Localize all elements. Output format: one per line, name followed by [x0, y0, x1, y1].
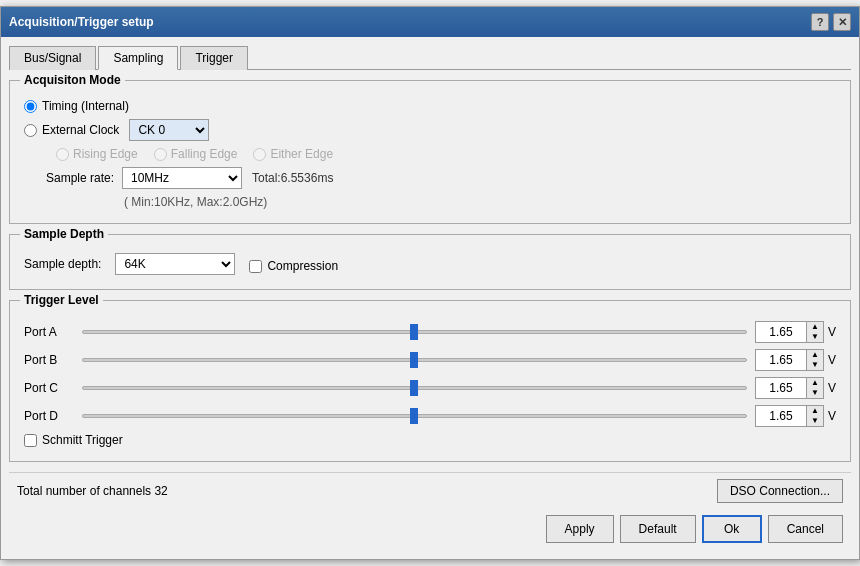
tab-trigger[interactable]: Trigger	[180, 46, 248, 70]
sample-depth-group-label: Sample Depth	[20, 227, 108, 241]
cancel-button[interactable]: Cancel	[768, 515, 843, 543]
acquisition-mode-group: Acquisiton Mode Timing (Internal) Extern…	[9, 80, 851, 224]
port-a-spin-buttons: ▲ ▼	[807, 321, 824, 343]
dialog-content: Bus/Signal Sampling Trigger Acquisiton M…	[1, 37, 859, 559]
sample-rate-label: Sample rate:	[24, 171, 114, 185]
port-a-value[interactable]	[755, 321, 807, 343]
port-b-spinbox: ▲ ▼	[755, 349, 824, 371]
sample-depth-select[interactable]: 64K 1K 4K 16K 256K 1M	[115, 253, 235, 275]
title-bar: Acquisition/Trigger setup ? ✕	[1, 7, 859, 37]
either-edge-radio[interactable]	[253, 148, 266, 161]
dso-connection-button[interactable]: DSO Connection...	[717, 479, 843, 503]
port-c-spinbox: ▲ ▼	[755, 377, 824, 399]
port-d-unit: V	[828, 409, 836, 423]
total-channels-text: Total number of channels 32	[17, 484, 168, 498]
tab-sampling[interactable]: Sampling	[98, 46, 178, 70]
compression-checkbox[interactable]	[249, 260, 262, 273]
schmitt-trigger-row: Schmitt Trigger	[24, 433, 836, 447]
rising-edge-label: Rising Edge	[73, 147, 138, 161]
port-b-row: Port B ▲ ▼ V	[24, 349, 836, 371]
port-d-spinbox: ▲ ▼	[755, 405, 824, 427]
bottom-area: Total number of channels 32 DSO Connecti…	[9, 472, 851, 509]
port-c-spin-buttons: ▲ ▼	[807, 377, 824, 399]
port-c-slider[interactable]	[82, 386, 747, 390]
sample-rate-row: Sample rate: 10MHz 100MHz 200MHz Total:6…	[24, 167, 836, 189]
rising-edge-option: Rising Edge	[56, 147, 138, 161]
total-time: Total:6.5536ms	[252, 171, 333, 185]
trigger-level-group: Trigger Level Port A ▲ ▼ V	[9, 300, 851, 462]
port-a-unit: V	[828, 325, 836, 339]
port-d-spin-down[interactable]: ▼	[807, 416, 823, 426]
compression-label: Compression	[267, 259, 338, 273]
port-b-unit: V	[828, 353, 836, 367]
port-d-slider[interactable]	[82, 414, 747, 418]
port-d-row: Port D ▲ ▼ V	[24, 405, 836, 427]
port-a-spin-down[interactable]: ▼	[807, 332, 823, 342]
help-button[interactable]: ?	[811, 13, 829, 31]
port-b-value[interactable]	[755, 349, 807, 371]
port-c-row: Port C ▲ ▼ V	[24, 377, 836, 399]
title-bar-controls: ? ✕	[811, 13, 851, 31]
timing-internal-row: Timing (Internal)	[24, 99, 836, 113]
port-a-slider[interactable]	[82, 330, 747, 334]
falling-edge-radio[interactable]	[154, 148, 167, 161]
port-b-spin-buttons: ▲ ▼	[807, 349, 824, 371]
falling-edge-label: Falling Edge	[171, 147, 238, 161]
port-c-label: Port C	[24, 381, 74, 395]
port-c-unit: V	[828, 381, 836, 395]
port-b-slider[interactable]	[82, 358, 747, 362]
ck-select[interactable]: CK 0 CK 1 CK 2	[129, 119, 209, 141]
sample-depth-group: Sample Depth Sample depth: 64K 1K 4K 16K…	[9, 234, 851, 290]
default-button[interactable]: Default	[620, 515, 696, 543]
main-window: Acquisition/Trigger setup ? ✕ Bus/Signal…	[0, 6, 860, 560]
falling-edge-option: Falling Edge	[154, 147, 238, 161]
acquisition-mode-label: Acquisiton Mode	[20, 73, 125, 87]
trigger-level-label: Trigger Level	[20, 293, 103, 307]
port-a-spinbox: ▲ ▼	[755, 321, 824, 343]
tab-bar: Bus/Signal Sampling Trigger	[9, 45, 851, 70]
port-b-label: Port B	[24, 353, 74, 367]
port-d-value[interactable]	[755, 405, 807, 427]
sample-rate-select[interactable]: 10MHz 100MHz 200MHz	[122, 167, 242, 189]
compression-row: Compression	[249, 259, 338, 273]
port-c-value[interactable]	[755, 377, 807, 399]
timing-internal-radio[interactable]	[24, 100, 37, 113]
port-d-slider-container	[82, 406, 747, 426]
port-b-spin-up[interactable]: ▲	[807, 350, 823, 360]
external-clock-radio[interactable]	[24, 124, 37, 137]
tab-bus-signal[interactable]: Bus/Signal	[9, 46, 96, 70]
port-a-slider-container	[82, 322, 747, 342]
ok-button[interactable]: Ok	[702, 515, 762, 543]
edge-row: Rising Edge Falling Edge Either Edge	[56, 147, 836, 161]
schmitt-trigger-label: Schmitt Trigger	[42, 433, 123, 447]
port-b-slider-container	[82, 350, 747, 370]
either-edge-label: Either Edge	[270, 147, 333, 161]
port-c-slider-container	[82, 378, 747, 398]
external-clock-label: External Clock	[42, 123, 119, 137]
window-title: Acquisition/Trigger setup	[9, 15, 154, 29]
port-a-row: Port A ▲ ▼ V	[24, 321, 836, 343]
apply-button[interactable]: Apply	[546, 515, 614, 543]
port-c-spin-up[interactable]: ▲	[807, 378, 823, 388]
close-button[interactable]: ✕	[833, 13, 851, 31]
port-b-spin-down[interactable]: ▼	[807, 360, 823, 370]
timing-internal-label: Timing (Internal)	[42, 99, 129, 113]
rising-edge-radio[interactable]	[56, 148, 69, 161]
port-a-spin-up[interactable]: ▲	[807, 322, 823, 332]
sample-depth-label: Sample depth:	[24, 257, 101, 271]
port-d-spin-buttons: ▲ ▼	[807, 405, 824, 427]
action-buttons-row: Apply Default Ok Cancel	[9, 509, 851, 551]
either-edge-option: Either Edge	[253, 147, 333, 161]
port-a-label: Port A	[24, 325, 74, 339]
external-clock-row: External Clock CK 0 CK 1 CK 2	[24, 119, 836, 141]
port-c-spin-down[interactable]: ▼	[807, 388, 823, 398]
port-d-spin-up[interactable]: ▲	[807, 406, 823, 416]
port-d-label: Port D	[24, 409, 74, 423]
sample-rate-hint: ( Min:10KHz, Max:2.0GHz)	[124, 195, 836, 209]
schmitt-trigger-checkbox[interactable]	[24, 434, 37, 447]
